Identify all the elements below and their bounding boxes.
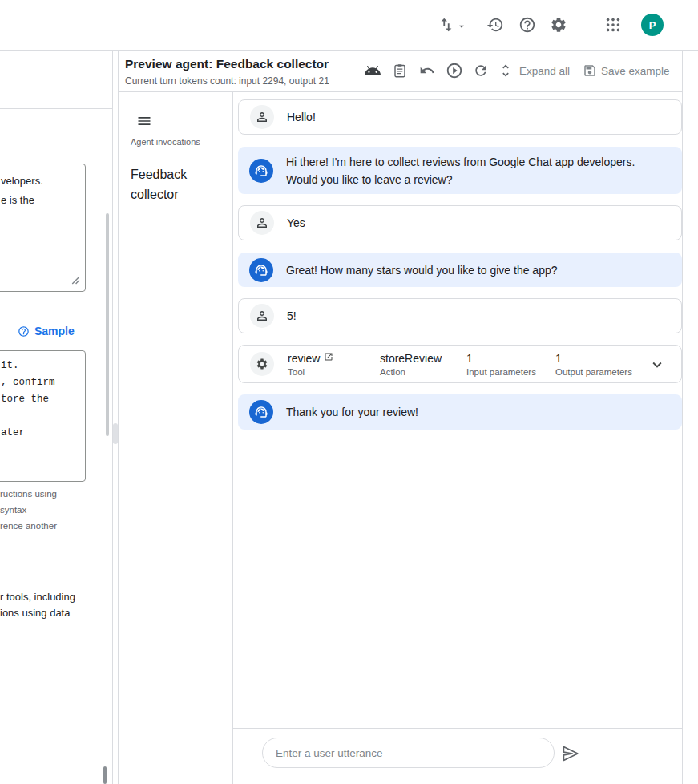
output-params-count: 1 [555, 352, 562, 365]
resize-handle-icon[interactable] [70, 273, 80, 288]
action-type-label: Action [380, 367, 405, 377]
support-agent-icon [249, 159, 273, 183]
splitter-left-edge [112, 50, 113, 784]
preview-title: Preview agent: Feedback collector [125, 57, 329, 71]
message-text: 5! [287, 307, 668, 325]
dropdown-caret-icon[interactable] [456, 21, 467, 32]
android-icon[interactable] [364, 62, 381, 79]
user-message: Hello! [238, 99, 682, 135]
support-agent-icon [249, 258, 273, 282]
expand-all-button[interactable]: Expand all [519, 65, 570, 77]
instructions-fragment: tore the [1, 391, 55, 408]
sample-link[interactable]: Sample [18, 324, 75, 337]
support-agent-icon [249, 400, 273, 424]
save-icon[interactable] [583, 63, 597, 78]
message-text: Great! How many stars would you like to … [286, 261, 669, 279]
tools-text-fragment: ions using data [0, 605, 75, 621]
left-panel-divider [0, 108, 112, 109]
instructions-fragment: , confirm [1, 374, 55, 391]
instructions-textarea[interactable]: it. , confirm tore the ater [0, 350, 86, 482]
instructions-fragment: it. [1, 358, 55, 374]
swap-vert-icon[interactable] [437, 15, 456, 34]
tool-name-row: review [288, 352, 333, 365]
message-text: Yes [287, 214, 668, 232]
open-in-new-icon[interactable] [324, 352, 333, 362]
message-text: Hello! [287, 108, 668, 126]
avatar-letter: P [649, 19, 656, 31]
clipboard-icon[interactable] [392, 63, 408, 79]
undo-icon[interactable] [419, 63, 435, 79]
tool-gear-icon [250, 352, 274, 376]
send-icon[interactable] [560, 743, 581, 764]
utterance-input-wrapper [262, 738, 555, 768]
utterance-input[interactable] [263, 738, 554, 767]
instructions-fragment: ater [1, 425, 55, 442]
user-message: 5! [238, 298, 682, 333]
composer-divider [233, 728, 682, 729]
menu-icon[interactable] [136, 113, 152, 129]
user-message: Yes [238, 205, 682, 240]
agent-message: Hi there! I'm here to collect reviews fr… [238, 147, 682, 194]
hint-text-fragment: rence another [0, 518, 57, 534]
help-icon [18, 324, 30, 337]
hint-text-fragment: ructions using [0, 486, 57, 502]
save-example-button[interactable]: Save example [601, 65, 670, 77]
preview-header-divider [119, 91, 682, 92]
nav-section-label: Agent invocations [131, 137, 200, 147]
apps-grid-icon[interactable] [604, 16, 622, 34]
nav-divider [232, 91, 233, 784]
refresh-icon[interactable] [473, 63, 489, 79]
help-icon[interactable] [518, 15, 537, 34]
nav-agent-item[interactable]: Feedback collector [131, 164, 225, 204]
tools-text-fragment: r tools, including [0, 589, 75, 605]
topbar-divider [0, 50, 698, 51]
play-circle-icon[interactable] [446, 62, 463, 79]
sample-link-label: Sample [34, 325, 75, 337]
tool-type-label: Tool [288, 367, 305, 377]
tool-invocation-card[interactable]: review Tool storeReview Action 1 Input p… [238, 345, 682, 383]
goal-textarea[interactable]: velopers. e is the [0, 164, 86, 292]
panel-resize-handle[interactable] [113, 423, 118, 444]
message-text: Hi there! I'm here to collect reviews fr… [286, 153, 669, 188]
settings-icon[interactable] [549, 15, 568, 34]
message-text: Thank you for your review! [286, 403, 669, 421]
hint-text-fragment: syntax [0, 502, 57, 518]
tool-name: review [288, 352, 320, 365]
history-icon[interactable] [486, 15, 505, 34]
unfold-more-icon[interactable] [498, 63, 514, 79]
person-icon [250, 105, 274, 129]
splitter-right-edge [118, 50, 119, 784]
agent-message: Thank you for your review! [238, 394, 682, 430]
preview-right-border [682, 50, 683, 784]
app-window: P velopers. e is the Sample it. [0, 0, 698, 784]
page-scrollbar-thumb[interactable] [103, 766, 107, 784]
action-name: storeReview [380, 352, 442, 365]
output-params-label: Output parameters [555, 367, 632, 377]
person-icon [250, 304, 274, 328]
goal-text-fragment: e is the [1, 191, 43, 210]
chevron-down-icon[interactable] [648, 355, 667, 374]
input-params-count: 1 [466, 352, 473, 365]
agent-message: Great! How many stars would you like to … [238, 253, 682, 287]
person-icon [250, 211, 274, 235]
left-panel-scrollbar-thumb[interactable] [106, 213, 109, 436]
preview-token-count: Current turn tokens count: input 2294, o… [125, 75, 329, 87]
goal-text-fragment: velopers. [1, 172, 43, 191]
input-params-label: Input parameters [466, 367, 536, 377]
account-avatar[interactable]: P [641, 14, 664, 36]
